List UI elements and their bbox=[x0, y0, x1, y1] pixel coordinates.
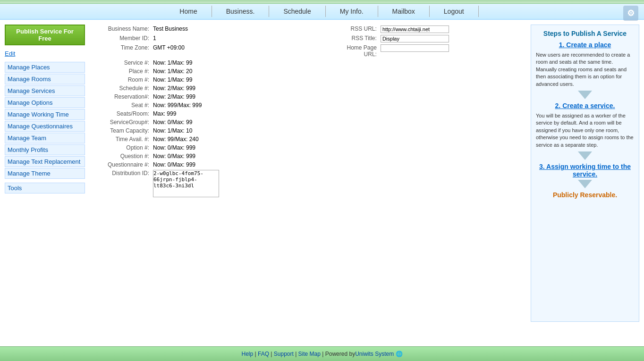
publicly-reservable-label: Publicly Reservable. bbox=[536, 191, 634, 199]
logo-icon: ⚙ bbox=[622, 5, 639, 22]
table-row: Time Zone: GMT +09:00 Home PageURL: bbox=[90, 43, 526, 59]
sidebar-links: Manage Places Manage Rooms Manage Servic… bbox=[5, 62, 85, 179]
field-value: Now: 2/Max: 999 bbox=[151, 84, 294, 92]
rss-url-label: RSS URL: bbox=[317, 25, 379, 34]
tools-link[interactable]: Tools bbox=[5, 183, 85, 193]
field-label: Seat #: bbox=[90, 101, 151, 109]
step2-desc: You will be assigned as a worker of the … bbox=[536, 112, 634, 149]
field-label: Questionnaire #: bbox=[90, 160, 151, 169]
footer-powered-by: | Powered by bbox=[322, 351, 355, 357]
sidebar-item-manage-rooms[interactable]: Manage Rooms bbox=[5, 74, 85, 84]
field-value: Now: 2/Max: 999 bbox=[151, 92, 294, 101]
table-row: Question #: Now: 0/Max: 999 bbox=[90, 152, 526, 160]
content-area: Business Name: Test Business RSS URL: Me… bbox=[90, 25, 639, 322]
sidebar-item-manage-text-replacement[interactable]: Manage Text Replacement bbox=[5, 156, 85, 167]
business-rss-wrapper: Business Name: Test Business RSS URL: Me… bbox=[90, 25, 526, 322]
table-row: Questionnaire #: Now: 0/Max: 999 bbox=[90, 160, 526, 169]
field-value: Now: 1/Max: 99 bbox=[151, 76, 294, 84]
edit-link[interactable]: Edit bbox=[5, 50, 85, 57]
footer-uniwits-link[interactable]: Uniwits System bbox=[355, 351, 394, 357]
top-bar bbox=[0, 0, 644, 4]
table-row: Seats/Room: Max: 999 bbox=[90, 109, 526, 118]
sidebar-item-manage-places[interactable]: Manage Places bbox=[5, 62, 85, 73]
publish-service-button[interactable]: Publish Service For Free bbox=[5, 25, 85, 45]
field-value: 1 bbox=[151, 34, 294, 43]
field-value: Now: 0/Max: 999 bbox=[151, 152, 294, 160]
sidebar-item-manage-theme[interactable]: Manage Theme bbox=[5, 168, 85, 179]
field-label: Time Zone: bbox=[90, 43, 151, 59]
rss-title-input[interactable] bbox=[381, 35, 449, 42]
footer-faq-link[interactable]: FAQ bbox=[258, 351, 269, 357]
table-row: Time Avail. #: Now: 99/Max: 240 bbox=[90, 135, 526, 143]
home-page-url-label: Home PageURL: bbox=[317, 43, 379, 59]
table-row: Room #: Now: 1/Max: 99 bbox=[90, 76, 526, 84]
step1-desc: New users are recommended to create a ro… bbox=[536, 51, 634, 88]
footer-support-link[interactable]: Support bbox=[274, 351, 294, 357]
sidebar-item-manage-options[interactable]: Manage Options bbox=[5, 97, 85, 108]
table-row: Member ID: 1 RSS Title: bbox=[90, 34, 526, 43]
steps-title: Steps to Publish A Service bbox=[536, 30, 634, 37]
business-info-table: Business Name: Test Business RSS URL: Me… bbox=[90, 25, 526, 200]
field-value: Now: 1/Max: 99 bbox=[151, 59, 294, 67]
table-row: Business Name: Test Business RSS URL: bbox=[90, 25, 526, 34]
field-label: Business Name: bbox=[90, 25, 151, 34]
field-value: 2-w0glbc-4fom75-66jrpn-fjblp4-lt83c6-3ni… bbox=[151, 169, 294, 200]
nav-home[interactable]: Home bbox=[165, 6, 212, 17]
home-page-url-input[interactable] bbox=[381, 44, 449, 52]
svg-text:⚙: ⚙ bbox=[627, 8, 635, 18]
steps-panel: Steps to Publish A Service 1. Create a p… bbox=[531, 25, 639, 322]
table-row: Seat #: Now: 999/Max: 999 bbox=[90, 101, 526, 109]
field-value: Now: 0/Max: 999 bbox=[151, 160, 294, 169]
field-label: Question #: bbox=[90, 152, 151, 160]
table-row: Schedule #: Now: 2/Max: 999 bbox=[90, 84, 526, 92]
arrow-down-icon-1 bbox=[576, 91, 594, 100]
table-row: Distribution ID: 2-w0glbc-4fom75-66jrpn-… bbox=[90, 169, 526, 200]
step3-link[interactable]: 3. Assign working time to the service. bbox=[539, 163, 631, 178]
field-label: Place #: bbox=[90, 67, 151, 76]
table-row: Service #: Now: 1/Max: 99 bbox=[90, 59, 526, 67]
sidebar-item-manage-questionnaires[interactable]: Manage Questionnaires bbox=[5, 121, 85, 132]
svg-marker-4 bbox=[578, 180, 592, 188]
nav-myinfo[interactable]: My Info. bbox=[326, 6, 378, 17]
field-label: Service #: bbox=[90, 59, 151, 67]
sidebar: Publish Service For Free Edit Manage Pla… bbox=[5, 25, 90, 322]
home-page-url-value bbox=[379, 43, 526, 59]
field-value: Now: 1/Max: 10 bbox=[151, 126, 294, 135]
field-label: Reservation#: bbox=[90, 92, 151, 101]
sidebar-item-manage-team[interactable]: Manage Team bbox=[5, 133, 85, 143]
step1-link[interactable]: 1. Create a place bbox=[559, 41, 611, 49]
nav-bar: Home Business. Schedule My Info. Mailbox… bbox=[0, 4, 644, 20]
svg-marker-3 bbox=[578, 151, 592, 160]
nav-business[interactable]: Business. bbox=[212, 6, 270, 17]
sidebar-item-manage-working-time[interactable]: Manage Working Time bbox=[5, 109, 85, 120]
field-label: Time Avail. #: bbox=[90, 135, 151, 143]
field-value: Now: 0/Max: 999 bbox=[151, 143, 294, 152]
rss-url-input[interactable] bbox=[381, 25, 449, 33]
sidebar-item-manage-services[interactable]: Manage Services bbox=[5, 85, 85, 96]
field-label: Distribution ID: bbox=[90, 169, 151, 200]
field-value: Now: 999/Max: 999 bbox=[151, 101, 294, 109]
nav-schedule[interactable]: Schedule bbox=[269, 6, 325, 17]
field-label: Option #: bbox=[90, 143, 151, 152]
field-label: Member ID: bbox=[90, 34, 151, 43]
nav-mailbox[interactable]: Mailbox bbox=[378, 6, 430, 17]
field-value: GMT +09:00 bbox=[151, 43, 294, 59]
rss-title-value bbox=[379, 34, 526, 43]
arrow-down-icon-2 bbox=[576, 151, 594, 161]
sidebar-item-monthly-profits[interactable]: Monthly Profits bbox=[5, 144, 85, 155]
table-row: Place #: Now: 1/Max: 20 bbox=[90, 67, 526, 76]
field-value: Now: 1/Max: 20 bbox=[151, 67, 294, 76]
footer-help-link[interactable]: Help bbox=[241, 351, 253, 357]
table-row: ServiceGroup#: Now: 0/Max: 99 bbox=[90, 118, 526, 126]
field-value: Now: 0/Max: 99 bbox=[151, 118, 294, 126]
field-label: ServiceGroup#: bbox=[90, 118, 151, 126]
rss-title-label: RSS Title: bbox=[317, 34, 379, 43]
nav-logout[interactable]: Logout bbox=[430, 6, 479, 17]
table-row: Team Capacity: Now: 1/Max: 10 bbox=[90, 126, 526, 135]
field-label: Seats/Room: bbox=[90, 109, 151, 118]
main-container: Publish Service For Free Edit Manage Pla… bbox=[0, 20, 644, 327]
distribution-id-textarea[interactable]: 2-w0glbc-4fom75-66jrpn-fjblp4-lt83c6-3ni… bbox=[153, 170, 219, 197]
footer-sitemap-link[interactable]: Site Map bbox=[298, 351, 321, 357]
step2-link[interactable]: 2. Create a service. bbox=[555, 102, 615, 109]
footer: Help | FAQ | Support | Site Map | Powere… bbox=[0, 346, 644, 361]
